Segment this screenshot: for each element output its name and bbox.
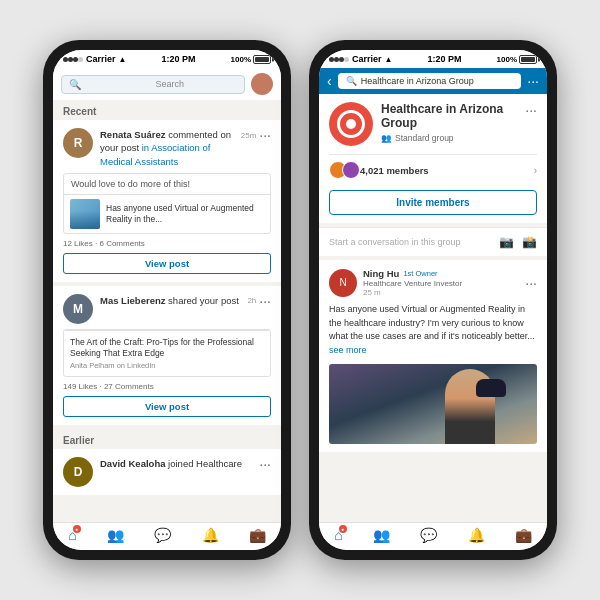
view-post-btn-1[interactable]: View post <box>63 253 271 274</box>
post-image-vr-headset <box>476 379 506 397</box>
time-ago-1: 25m <box>241 131 257 140</box>
group-feed: Healthcare in Arizona Group 👥 Standard g… <box>319 94 547 522</box>
nav-notifications-2[interactable]: 🔔 <box>468 528 485 542</box>
user-avatar-renata: R <box>63 128 93 158</box>
nav-home-1[interactable]: ⌂ ● <box>68 528 76 542</box>
post-thumbnail <box>70 199 100 229</box>
group-header-bar: ‹ 🔍 Healthcare in Arizona Group ··· <box>319 68 547 94</box>
member-avatars <box>329 161 355 179</box>
group-type: 👥 Standard group <box>381 133 517 143</box>
time-ago-2: 2h <box>247 296 256 305</box>
post-stats-1: 12 Likes · 6 Comments <box>63 239 271 248</box>
group-logo <box>329 102 373 146</box>
user-avatar-david: D <box>63 457 93 487</box>
notification-card-1[interactable]: R Renata Suárez commented on your post i… <box>53 120 281 282</box>
nav-network-2[interactable]: 👥 <box>373 528 390 542</box>
battery-label-2: 100% <box>497 55 517 64</box>
home-badge-2: ● <box>339 525 347 533</box>
bell-icon-2: 🔔 <box>468 528 485 542</box>
bottom-nav-1: ⌂ ● 👥 💬 🔔 💼 <box>53 522 281 550</box>
notification-text-3: David Kealoha joined Healthcare <box>100 457 252 470</box>
signal-dots <box>63 54 83 64</box>
back-button[interactable]: ‹ <box>327 73 332 89</box>
search-icon: 🔍 <box>69 79 151 90</box>
search-bar-1: 🔍 Search <box>53 68 281 100</box>
members-count: 4,021 members <box>360 165 429 176</box>
nav-home-2[interactable]: ⌂ ● <box>334 528 342 542</box>
group-more-options[interactable]: ··· <box>525 102 537 118</box>
view-post-btn-2[interactable]: View post <box>63 396 271 417</box>
notification-text-1: Renata Suárez commented on your post in … <box>100 128 234 168</box>
notif-user-name-2: Mas Lieberenz <box>100 295 165 306</box>
post-body: Has anyone used Virtual or Augmented Rea… <box>329 303 537 357</box>
post-title-1: Has anyone used Virtual or Augmented Rea… <box>106 203 264 225</box>
group-info-card: Healthcare in Arizona Group 👥 Standard g… <box>319 94 547 223</box>
messages-icon: 💬 <box>154 528 171 542</box>
nav-messages-2[interactable]: 💬 <box>420 528 437 542</box>
members-row[interactable]: 4,021 members › <box>329 154 537 185</box>
recent-label: Recent <box>53 100 281 120</box>
network-icon-2: 👥 <box>373 528 390 542</box>
post-image <box>329 364 537 444</box>
post-time: 25 m <box>363 288 519 297</box>
quote-text: Would love to do more of this! <box>64 174 270 194</box>
time-display: 1:20 PM <box>161 54 195 64</box>
camera-icon[interactable]: 📸 <box>522 235 537 249</box>
notification-card-2[interactable]: M Mas Lieberenz shared your post 2h ··· … <box>53 286 281 425</box>
wifi-icon: ▲ <box>119 55 127 64</box>
feed-1: Recent R Renata Suárez commented on your… <box>53 100 281 522</box>
home-badge: ● <box>73 525 81 533</box>
group-search-text: Healthcare in Arizona Group <box>361 76 474 86</box>
nav-jobs-1[interactable]: 💼 <box>249 528 266 542</box>
nav-messages-1[interactable]: 💬 <box>154 528 171 542</box>
time-display-2: 1:20 PM <box>427 54 461 64</box>
more-options-1[interactable]: ··· <box>259 128 271 142</box>
notification-card-3[interactable]: D David Kealoha joined Healthcare ··· <box>53 449 281 495</box>
status-bar-2: Carrier ▲ 1:20 PM 100% <box>319 50 547 68</box>
standard-group-icon: 👥 <box>381 133 392 143</box>
conversation-icons: 📷 📸 <box>499 235 537 249</box>
messages-icon-2: 💬 <box>420 528 437 542</box>
briefcase-icon: 💼 <box>249 528 266 542</box>
group-search-icon: 🔍 <box>346 76 357 86</box>
post-author-title: Healthcare Venture Investor <box>363 279 519 288</box>
carrier-label: Carrier <box>86 54 116 64</box>
nav-notifications-1[interactable]: 🔔 <box>202 528 219 542</box>
user-avatar-nav[interactable] <box>251 73 273 95</box>
post-author-info: Ning Hu 1st Owner Healthcare Venture Inv… <box>363 268 519 297</box>
conversation-placeholder[interactable]: Start a conversation in this group <box>329 237 461 247</box>
wifi-icon-2: ▲ <box>385 55 393 64</box>
network-icon: 👥 <box>107 528 124 542</box>
chevron-right-icon[interactable]: › <box>534 165 537 176</box>
notif-user-name: Renata Suárez <box>100 129 165 140</box>
group-search-wrap[interactable]: 🔍 Healthcare in Arizona Group <box>338 73 522 89</box>
conversation-bar[interactable]: Start a conversation in this group 📷 📸 <box>319 227 547 256</box>
see-more-link[interactable]: see more <box>329 345 367 355</box>
invite-members-btn[interactable]: Invite members <box>329 190 537 215</box>
bottom-nav-2: ⌂ ● 👥 💬 🔔 💼 <box>319 522 547 550</box>
post-more-btn[interactable]: ··· <box>525 275 537 291</box>
post-subtitle-2: Anita Pelham on LinkedIn <box>70 361 264 370</box>
post-author-avatar: N <box>329 269 357 297</box>
group-name: Healthcare in Arizona Group <box>381 102 517 131</box>
nav-network-1[interactable]: 👥 <box>107 528 124 542</box>
more-options-3[interactable]: ··· <box>259 457 271 471</box>
battery-icon <box>253 55 271 64</box>
nav-jobs-2[interactable]: 💼 <box>515 528 532 542</box>
video-icon[interactable]: 📷 <box>499 235 514 249</box>
carrier-label-2: Carrier <box>352 54 382 64</box>
post-author-name: Ning Hu <box>363 268 399 279</box>
more-options-2[interactable]: ··· <box>259 294 271 308</box>
briefcase-icon-2: 💼 <box>515 528 532 542</box>
search-field-wrap[interactable]: 🔍 Search <box>61 75 245 94</box>
post-title-2: The Art of the Craft: Pro-Tips for the P… <box>70 337 264 359</box>
notification-text-2: Mas Lieberenz shared your post <box>100 294 240 307</box>
phone-2: Carrier ▲ 1:20 PM 100% ‹ 🔍 Healthcare in… <box>309 40 557 560</box>
post-preview-2: The Art of the Craft: Pro-Tips for the P… <box>63 329 271 377</box>
group-more-btn[interactable]: ··· <box>527 73 539 89</box>
status-bar-1: Carrier ▲ 1:20 PM 100% <box>53 50 281 68</box>
author-badge: 1st Owner <box>403 269 437 278</box>
signal-dots-2 <box>329 54 349 64</box>
earlier-label: Earlier <box>53 429 281 449</box>
search-input[interactable]: Search <box>156 79 238 89</box>
